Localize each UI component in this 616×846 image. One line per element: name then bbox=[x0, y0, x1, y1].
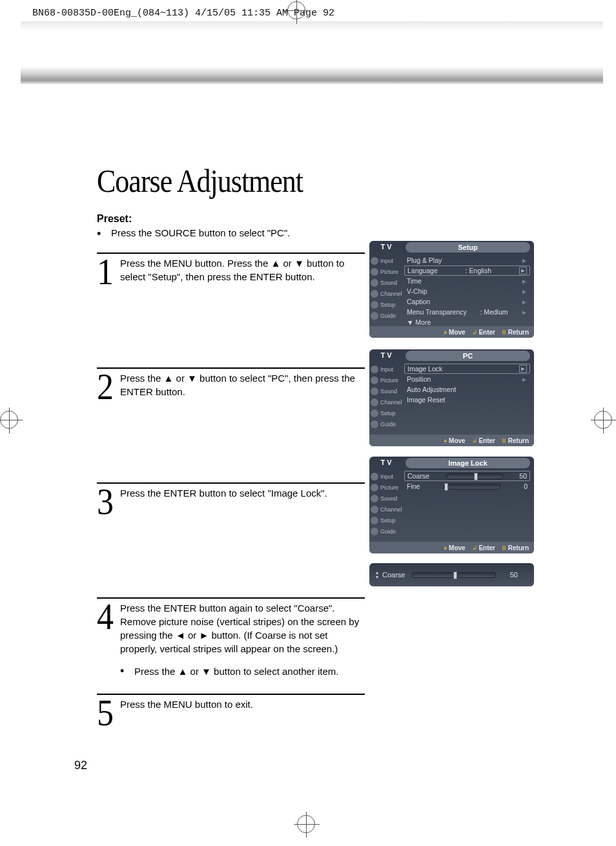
registration-mark-icon bbox=[0, 411, 18, 429]
preset-text: Press the SOURCE button to select "PC". bbox=[111, 227, 290, 241]
step-2: 2 Press the ▲ or ▼ button to select "PC"… bbox=[97, 367, 365, 400]
page-title: Coarse Adjustment bbox=[97, 162, 536, 200]
updown-arrows-icon: ▴▾ bbox=[376, 570, 378, 579]
step-1: 1 Press the MENU button. Press the ▲ or … bbox=[97, 253, 365, 285]
osd-footer: ♦ Move ↲ Enter Ⅲ Return bbox=[369, 326, 534, 338]
osd-tv-label: T V bbox=[369, 457, 403, 469]
osd-pc-menu: T V PC Input Picture Sound Channel Setup… bbox=[369, 349, 534, 446]
step-text: Press the ENTER button again to select "… bbox=[120, 601, 365, 678]
osd-coarse-slider-bar: ▴▾ Coarse 50 bbox=[369, 563, 534, 586]
step-number: 3 bbox=[97, 486, 120, 517]
osd-title-pill: PC bbox=[406, 351, 530, 361]
step-text: Press the MENU button to exit. bbox=[120, 697, 365, 726]
step-4-sub: Press the ▲ or ▼ button to select anothe… bbox=[134, 665, 339, 678]
osd-title-pill: Setup bbox=[406, 242, 530, 253]
decorative-gradient-band bbox=[21, 21, 603, 84]
step-number: 2 bbox=[97, 371, 120, 402]
step-5: 5 Press the MENU button to exit. bbox=[97, 694, 365, 726]
osd-sidebar: Input Picture Sound Channel Setup Guide bbox=[369, 254, 402, 326]
step-4-main: Press the ENTER button again to select "… bbox=[120, 603, 359, 654]
step-3: 3 Press the ENTER button to select "Imag… bbox=[97, 482, 365, 515]
coarse-value: 50 bbox=[501, 571, 518, 579]
osd-sidebar: Input Picture Sound Channel Setup Guide bbox=[369, 362, 402, 435]
osd-sidebar: Input Picture Sound Channel Setup Guide bbox=[369, 469, 402, 542]
step-4: 4 Press the ENTER button again to select… bbox=[97, 597, 365, 678]
bullet-icon bbox=[120, 665, 134, 678]
osd-footer: ♦ Move ↲ Enter Ⅲ Return bbox=[369, 435, 534, 446]
osd-tv-label: T V bbox=[369, 241, 403, 254]
page-number: 92 bbox=[74, 759, 87, 772]
step-text: Press the ENTER button to select "Image … bbox=[120, 486, 365, 515]
step-text: Press the ▲ or ▼ button to select "PC", … bbox=[120, 371, 365, 400]
step-number: 5 bbox=[97, 697, 120, 728]
registration-mark-icon bbox=[594, 411, 612, 429]
osd-setup-menu: T V Setup Input Picture Sound Channel Se… bbox=[369, 241, 534, 338]
step-number: 4 bbox=[97, 601, 120, 686]
coarse-label: Coarse bbox=[382, 571, 412, 579]
registration-mark-icon bbox=[287, 1, 305, 19]
osd-title-pill: Image Lock bbox=[406, 458, 530, 468]
preset-heading: Preset: bbox=[97, 213, 536, 225]
preset-row: Press the SOURCE button to select "PC". bbox=[97, 227, 536, 241]
step-text: Press the MENU button. Press the ▲ or ▼ … bbox=[120, 256, 365, 285]
registration-mark-icon bbox=[297, 815, 315, 833]
osd-footer: ♦ Move ↲ Enter Ⅲ Return bbox=[369, 542, 534, 553]
step-number: 1 bbox=[97, 256, 120, 287]
bullet-icon bbox=[97, 227, 111, 241]
osd-tv-label: T V bbox=[369, 349, 403, 362]
osd-image-lock-menu: T V Image Lock Input Picture Sound Chann… bbox=[369, 457, 534, 553]
